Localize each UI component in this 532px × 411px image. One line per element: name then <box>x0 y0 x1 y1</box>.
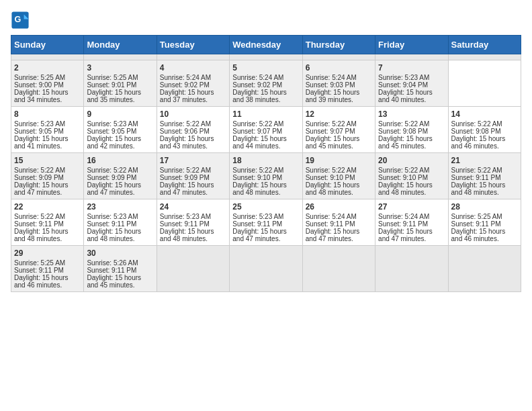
calendar-cell: 19Sunrise: 5:22 AMSunset: 9:10 PMDayligh… <box>302 153 375 199</box>
calendar-cell: 22Sunrise: 5:22 AMSunset: 9:11 PMDayligh… <box>11 199 84 246</box>
sunset-text: Sunset: 9:01 PM <box>87 81 153 89</box>
daylight-text: Daylight: 15 hours and 42 minutes. <box>87 135 153 150</box>
sunrise-text: Sunrise: 5:24 AM <box>378 213 445 220</box>
day-number: 6 <box>306 63 372 73</box>
day-header-sunday: Sunday <box>11 36 84 54</box>
sunset-text: Sunset: 9:02 PM <box>232 81 299 89</box>
day-number: 4 <box>160 63 226 73</box>
sunset-text: Sunset: 9:09 PM <box>160 174 226 181</box>
sunrise-text: Sunrise: 5:22 AM <box>378 167 445 174</box>
day-number: 8 <box>14 109 81 119</box>
day-number: 24 <box>160 202 226 212</box>
calendar-cell: 8Sunrise: 5:23 AMSunset: 9:05 PMDaylight… <box>11 107 84 153</box>
sunset-text: Sunset: 9:11 PM <box>160 220 226 228</box>
daylight-text: Daylight: 15 hours and 48 minutes. <box>232 181 299 196</box>
daylight-text: Daylight: 15 hours and 43 minutes. <box>160 135 226 150</box>
sunset-text: Sunset: 9:11 PM <box>378 220 445 228</box>
calendar-cell: 6Sunrise: 5:24 AMSunset: 9:03 PMDaylight… <box>302 60 375 107</box>
sunset-text: Sunset: 9:07 PM <box>306 128 372 135</box>
calendar-cell <box>302 54 375 60</box>
day-number: 30 <box>87 248 153 258</box>
day-number: 12 <box>306 109 372 119</box>
sunrise-text: Sunrise: 5:25 AM <box>451 213 518 220</box>
daylight-text: Daylight: 15 hours and 46 minutes. <box>14 274 81 289</box>
calendar-cell: 5Sunrise: 5:24 AMSunset: 9:02 PMDaylight… <box>230 60 302 107</box>
day-number: 21 <box>451 156 518 165</box>
calendar-cell <box>448 54 521 60</box>
calendar-cell: 15Sunrise: 5:22 AMSunset: 9:09 PMDayligh… <box>11 153 84 199</box>
day-number: 27 <box>378 202 445 212</box>
sunrise-text: Sunrise: 5:24 AM <box>160 74 226 81</box>
calendar-cell: 14Sunrise: 5:22 AMSunset: 9:08 PMDayligh… <box>448 107 521 153</box>
day-number: 2 <box>14 63 81 73</box>
calendar-cell: 27Sunrise: 5:24 AMSunset: 9:11 PMDayligh… <box>375 199 448 246</box>
daylight-text: Daylight: 15 hours and 48 minutes. <box>451 181 518 196</box>
daylight-text: Daylight: 15 hours and 48 minutes. <box>378 181 445 196</box>
calendar-cell <box>230 54 302 60</box>
calendar-cell <box>230 246 302 292</box>
calendar-cell <box>375 54 448 60</box>
day-number: 17 <box>160 156 226 165</box>
week-row-4: 15Sunrise: 5:22 AMSunset: 9:09 PMDayligh… <box>11 153 521 199</box>
daylight-text: Daylight: 15 hours and 37 minutes. <box>160 89 226 103</box>
day-number: 18 <box>232 156 299 165</box>
day-header-monday: Monday <box>84 36 157 54</box>
calendar-cell: 13Sunrise: 5:22 AMSunset: 9:08 PMDayligh… <box>375 107 448 153</box>
daylight-text: Daylight: 15 hours and 47 minutes. <box>87 181 153 196</box>
day-number: 3 <box>87 63 153 73</box>
calendar-cell <box>11 54 84 60</box>
daylight-text: Daylight: 15 hours and 47 minutes. <box>160 181 226 196</box>
sunset-text: Sunset: 9:08 PM <box>378 128 445 135</box>
sunset-text: Sunset: 9:09 PM <box>14 174 81 181</box>
daylight-text: Daylight: 15 hours and 47 minutes. <box>232 228 299 242</box>
sunset-text: Sunset: 9:11 PM <box>306 220 372 228</box>
day-header-friday: Friday <box>375 36 448 54</box>
sunrise-text: Sunrise: 5:22 AM <box>451 120 518 128</box>
calendar-cell <box>157 246 229 292</box>
sunset-text: Sunset: 9:11 PM <box>451 220 518 228</box>
calendar-cell: 26Sunrise: 5:24 AMSunset: 9:11 PMDayligh… <box>302 199 375 246</box>
sunrise-text: Sunrise: 5:22 AM <box>451 167 518 174</box>
page-header: G <box>11 11 521 30</box>
calendar-cell: 21Sunrise: 5:22 AMSunset: 9:11 PMDayligh… <box>448 153 521 199</box>
daylight-text: Daylight: 15 hours and 40 minutes. <box>378 89 445 103</box>
daylight-text: Daylight: 15 hours and 46 minutes. <box>451 135 518 150</box>
svg-text:G: G <box>15 15 21 24</box>
daylight-text: Daylight: 15 hours and 39 minutes. <box>306 89 372 103</box>
calendar-cell <box>302 246 375 292</box>
daylight-text: Daylight: 15 hours and 45 minutes. <box>378 135 445 150</box>
sunrise-text: Sunrise: 5:22 AM <box>306 120 372 128</box>
daylight-text: Daylight: 15 hours and 47 minutes. <box>378 228 445 242</box>
sunrise-text: Sunrise: 5:24 AM <box>232 74 299 81</box>
sunset-text: Sunset: 9:05 PM <box>14 128 81 135</box>
sunrise-text: Sunrise: 5:22 AM <box>306 167 372 174</box>
calendar-cell: 3Sunrise: 5:25 AMSunset: 9:01 PMDaylight… <box>84 60 157 107</box>
day-header-saturday: Saturday <box>448 36 521 54</box>
day-header-thursday: Thursday <box>302 36 375 54</box>
calendar-cell: 7Sunrise: 5:23 AMSunset: 9:04 PMDaylight… <box>375 60 448 107</box>
calendar-cell <box>448 246 521 292</box>
daylight-text: Daylight: 15 hours and 34 minutes. <box>14 89 81 103</box>
calendar-cell: 20Sunrise: 5:22 AMSunset: 9:10 PMDayligh… <box>375 153 448 199</box>
sunset-text: Sunset: 9:11 PM <box>14 267 81 274</box>
day-number: 20 <box>378 156 445 165</box>
sunset-text: Sunset: 9:11 PM <box>14 220 81 228</box>
day-number: 26 <box>306 202 372 212</box>
calendar-cell <box>157 54 229 60</box>
sunset-text: Sunset: 9:04 PM <box>378 81 445 89</box>
calendar-cell: 4Sunrise: 5:24 AMSunset: 9:02 PMDaylight… <box>157 60 229 107</box>
week-row-5: 22Sunrise: 5:22 AMSunset: 9:11 PMDayligh… <box>11 199 521 246</box>
daylight-text: Daylight: 15 hours and 48 minutes. <box>160 228 226 242</box>
sunrise-text: Sunrise: 5:23 AM <box>160 213 226 220</box>
sunset-text: Sunset: 9:10 PM <box>232 174 299 181</box>
calendar-cell: 17Sunrise: 5:22 AMSunset: 9:09 PMDayligh… <box>157 153 229 199</box>
sunrise-text: Sunrise: 5:23 AM <box>232 213 299 220</box>
sunset-text: Sunset: 9:06 PM <box>160 128 226 135</box>
daylight-text: Daylight: 15 hours and 47 minutes. <box>14 181 81 196</box>
day-number: 5 <box>232 63 299 73</box>
day-number: 16 <box>87 156 153 165</box>
daylight-text: Daylight: 15 hours and 48 minutes. <box>14 228 81 242</box>
daylight-text: Daylight: 15 hours and 45 minutes. <box>87 274 153 289</box>
sunrise-text: Sunrise: 5:22 AM <box>14 213 81 220</box>
day-number: 9 <box>87 109 153 119</box>
